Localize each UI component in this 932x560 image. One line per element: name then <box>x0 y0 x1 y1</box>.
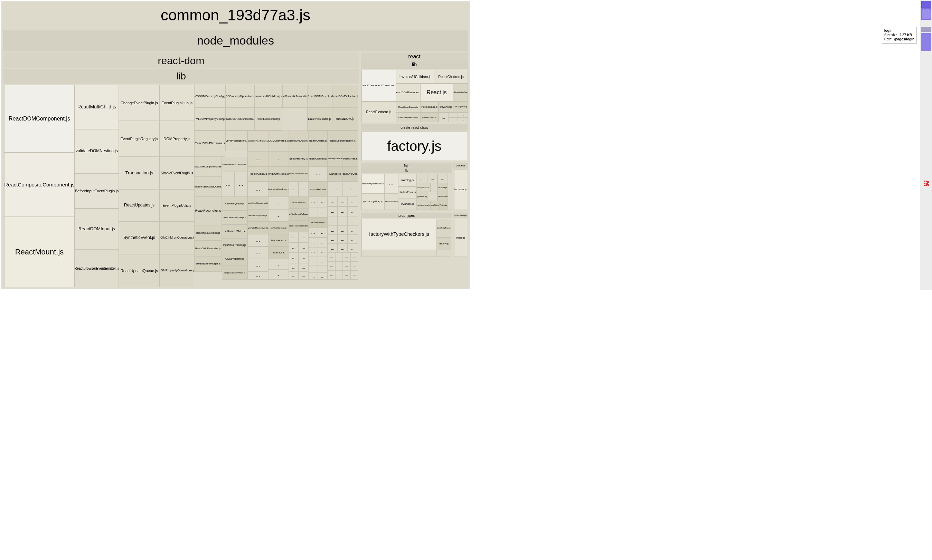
file-cell[interactable]: setTextContent.js <box>268 222 289 234</box>
file-cell[interactable]: … <box>343 253 350 262</box>
file-cell[interactable]: warning.js <box>398 174 417 186</box>
file-cell[interactable]: SyntheticMouseEvent.js <box>247 222 268 234</box>
file-cell[interactable]: getEventKey.js <box>289 151 308 166</box>
file-cell[interactable]: … <box>299 182 308 197</box>
file-cell[interactable]: … <box>427 192 438 201</box>
file-cell[interactable]: ReactDOMFactories.js <box>396 83 420 102</box>
file-cell[interactable]: ReactReconciler.js <box>194 197 222 225</box>
file-cell[interactable]: traverseAllChildren.js <box>396 70 434 83</box>
file-cell[interactable]: … <box>318 197 328 207</box>
file-cell[interactable]: … <box>308 265 318 273</box>
file-cell[interactable]: EventPluginUtils.js <box>160 189 194 222</box>
file-cell[interactable]: invariant.js <box>398 198 417 210</box>
file-cell[interactable]: ReactDOMTextarea.js <box>194 131 225 157</box>
file-cell[interactable]: factory.js <box>437 237 451 250</box>
file-cell[interactable]: ReactInputSelection.js <box>194 225 222 241</box>
file-cell[interactable]: hyphenate.js <box>417 192 427 201</box>
file-cell[interactable]: … <box>384 174 398 193</box>
file-cell[interactable]: … <box>328 182 343 197</box>
file-cell[interactable]: … <box>247 151 268 166</box>
file-cell[interactable]: EventPluginHub.js <box>160 85 194 121</box>
file-cell[interactable]: SelectEventPlugin.js <box>194 256 222 272</box>
file-cell[interactable]: EventListener.js <box>384 193 398 210</box>
file-cell[interactable]: … <box>348 244 358 253</box>
prop-types-label[interactable]: prop-types <box>361 213 452 218</box>
file-cell[interactable]: … <box>268 197 289 209</box>
file-cell[interactable]: … <box>268 259 289 269</box>
file-cell[interactable]: … <box>299 272 308 280</box>
file-cell[interactable]: … <box>328 244 338 253</box>
file-cell[interactable]: … <box>222 172 235 197</box>
process-label[interactable]: process <box>454 163 468 168</box>
file-cell[interactable]: findDOMNode.js <box>268 166 289 182</box>
object-assign-label[interactable]: object-assign <box>454 213 468 218</box>
file-cell[interactable]: ReactBrowserEventEmitter.js <box>75 249 119 287</box>
file-cell[interactable]: … <box>328 271 335 280</box>
node-modules-label[interactable]: node_modules <box>3 31 468 51</box>
file-cell[interactable]: containsNode.js <box>417 201 431 210</box>
file-cell[interactable]: EventPropagators.js <box>225 131 247 151</box>
file-cell[interactable]: … <box>308 166 328 182</box>
file-cell[interactable]: … <box>299 232 308 242</box>
file-cell[interactable]: ReactBaseClasses.js <box>396 102 420 112</box>
file-cell[interactable]: browser.js <box>454 169 467 210</box>
file-cell[interactable]: … <box>318 273 328 280</box>
file-cell[interactable]: … <box>289 232 299 242</box>
file-cell[interactable]: … <box>348 206 358 216</box>
file-cell[interactable]: … <box>417 174 427 183</box>
file-cell[interactable]: createArrayFromMixed.js <box>361 174 384 193</box>
file-cell[interactable]: DOMChildrenOperations.js <box>160 222 194 254</box>
file-cell[interactable]: isTextNode.js <box>439 201 448 210</box>
file-cell[interactable]: SyntheticEvent.js <box>119 222 160 254</box>
file-cell[interactable]: … <box>335 262 343 271</box>
file-cell[interactable]: ReactChildReconciler.js <box>194 241 222 256</box>
file-cell[interactable]: escapeTextContentForBrowser.js <box>289 209 308 220</box>
file-cell[interactable]: ReactDOMOption.js <box>289 131 308 151</box>
file-cell[interactable]: traverseAllChildren.js <box>255 85 282 108</box>
file-cell[interactable]: … <box>308 237 318 247</box>
file-cell[interactable]: … <box>350 271 358 280</box>
file-cell[interactable]: … <box>289 272 299 280</box>
file-cell[interactable]: … <box>448 117 458 122</box>
file-cell[interactable]: validateDOMNesting.js <box>75 129 119 173</box>
file-cell[interactable]: inputValueTracking.js <box>222 238 247 252</box>
file-cell[interactable]: … <box>247 246 268 259</box>
file-cell[interactable]: … <box>338 206 348 216</box>
file-cell[interactable]: CSSProperty.js <box>222 252 247 266</box>
file-cell[interactable]: … <box>438 174 448 183</box>
file-cell[interactable]: ReactEventListener.js <box>255 108 282 131</box>
file-cell[interactable]: checkPropTypes.js <box>437 219 451 237</box>
file-cell[interactable]: KeyEscapeUtils.js <box>289 197 308 209</box>
file-cell[interactable]: … <box>247 271 268 280</box>
file-cell[interactable]: … <box>348 197 358 206</box>
file-cell[interactable]: ReactErrorUtils.js <box>343 166 358 182</box>
file-cell[interactable]: … <box>338 244 348 253</box>
file-cell[interactable]: adler32.js <box>268 246 289 259</box>
file-cell[interactable]: … <box>268 269 289 280</box>
file-cell[interactable]: flattenChildren.js <box>308 151 328 166</box>
file-cell[interactable]: factoryWithTypeCheckers.js <box>361 219 437 250</box>
file-cell[interactable]: … <box>448 112 458 117</box>
file-cell[interactable]: … <box>348 216 358 226</box>
file-cell[interactable]: KeyEscapeUtils.js <box>453 102 468 112</box>
file-cell[interactable]: … <box>338 197 348 206</box>
file-cell[interactable]: emptyObject.js <box>431 201 439 210</box>
file-cell[interactable]: isEventSupported.js <box>247 209 268 222</box>
file-cell[interactable]: ReactUpdates.js <box>119 189 160 222</box>
file-cell[interactable]: EventPluginRegistry.js <box>119 121 160 157</box>
file-cell[interactable]: ReactDOM.js <box>332 108 358 131</box>
file-cell[interactable]: BeforeInputEventPlugin.js <box>75 173 119 209</box>
chunk-title[interactable]: common_193d77a3.js <box>2 2 470 29</box>
react-dom-lib-label[interactable]: lib <box>3 69 359 83</box>
file-cell[interactable]: HTMLDOMPropertyConfig.js <box>194 108 225 131</box>
file-cell[interactable]: … <box>289 263 299 272</box>
file-cell[interactable]: … <box>343 271 350 280</box>
file-cell[interactable]: isNode.js <box>438 183 448 192</box>
file-cell[interactable]: Transaction.js <box>119 157 160 189</box>
file-cell[interactable]: … <box>338 216 348 226</box>
file-cell[interactable]: ReactReconcileTransaction.js <box>282 85 307 108</box>
file-cell[interactable]: ReactMount.js <box>4 217 75 287</box>
file-cell[interactable]: … <box>308 273 318 280</box>
file-cell[interactable]: index.js <box>454 219 467 257</box>
file-cell[interactable]: … <box>247 234 268 246</box>
